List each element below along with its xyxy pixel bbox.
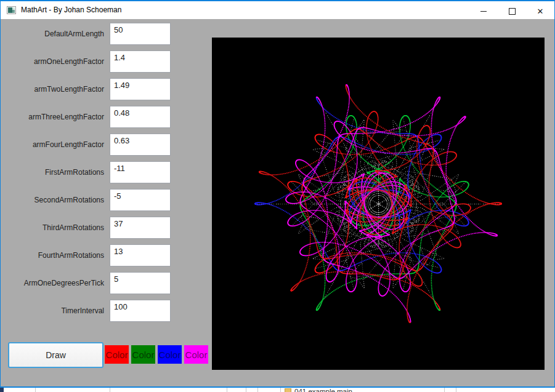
color-button-blue[interactable]: Color: [158, 345, 182, 364]
label-second-arm-rotations: SecondArmRotations: [1, 190, 104, 210]
folder-icon: [285, 388, 291, 392]
client-area: DefaultArmLength armOneLengthFactor armT…: [0, 19, 555, 386]
input-timer-interval[interactable]: [110, 300, 171, 322]
draw-button[interactable]: Draw: [8, 342, 103, 368]
input-fourth-arm-rotations[interactable]: [110, 244, 171, 266]
background-window-sliver: 041 example main: [0, 388, 555, 392]
color-button-red[interactable]: Color: [105, 345, 129, 364]
input-arm-two-length-factor[interactable]: [110, 78, 171, 100]
background-window-edge: [0, 388, 4, 392]
minimize-icon: [480, 11, 487, 12]
input-arm-one-length-factor[interactable]: [110, 50, 171, 73]
input-default-arm-length[interactable]: [110, 23, 171, 45]
input-arm-three-length-factor[interactable]: [110, 106, 171, 128]
input-third-arm-rotations[interactable]: [110, 217, 171, 239]
close-button[interactable]: ✕: [526, 2, 554, 20]
background-window-item: 041 example main: [294, 388, 352, 392]
label-first-arm-rotations: FirstArmRotations: [1, 162, 104, 182]
math-art-canvas: [212, 38, 545, 370]
app-window: MathArt - By Johan Schoeman ✕ DefaultArm…: [0, 0, 555, 392]
label-default-arm-length: DefaultArmLength: [1, 24, 104, 44]
label-arm-one-degrees-per-tick: ArmOneDegreesPerTick: [1, 273, 104, 293]
label-timer-interval: TimerInterval: [1, 301, 104, 321]
label-third-arm-rotations: ThirdArmRotations: [1, 218, 104, 238]
maximize-icon: [509, 8, 516, 15]
label-arm-three-length-factor: armThreeLengthFactor: [1, 107, 104, 127]
minimize-button[interactable]: [469, 2, 498, 20]
window-title: MathArt - By Johan Schoeman: [21, 6, 121, 14]
label-arm-two-length-factor: armTwoLengthFactor: [1, 79, 104, 99]
color-button-magenta[interactable]: Color: [184, 345, 208, 364]
label-arm-one-length-factor: armOneLengthFactor: [1, 52, 104, 71]
input-first-arm-rotations[interactable]: [110, 161, 171, 183]
input-second-arm-rotations[interactable]: [110, 189, 171, 211]
input-arm-one-degrees-per-tick[interactable]: [110, 272, 171, 294]
title-bar: MathArt - By Johan Schoeman ✕: [0, 0, 555, 19]
maximize-button[interactable]: [498, 2, 526, 20]
close-icon: ✕: [537, 7, 544, 15]
label-arm-four-length-factor: armFourLengthFactor: [1, 135, 104, 154]
input-arm-four-length-factor[interactable]: [110, 134, 171, 156]
color-button-green[interactable]: Color: [131, 345, 155, 364]
label-fourth-arm-rotations: FourthArmRotations: [1, 246, 104, 265]
app-icon: [7, 6, 16, 14]
